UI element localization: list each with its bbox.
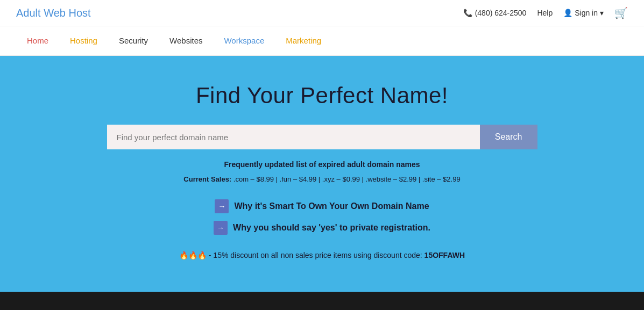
- arrow-right-icon-2: →: [214, 221, 228, 235]
- nav-item-websites[interactable]: Websites: [159, 26, 213, 55]
- info-link-domain-label: Why it's Smart To Own Your Own Domain Na…: [234, 201, 429, 211]
- top-right-actions: 📞 (480) 624-2500 Help 👤 Sign in ▾ 🛒: [463, 6, 628, 19]
- discount-code: 15OFFAWH: [424, 251, 465, 259]
- nav-item-workspace[interactable]: Workspace: [213, 26, 275, 55]
- bottom-bar: [0, 292, 644, 310]
- current-sales-text: Current Sales: .com – $8.99 | .fun – $4.…: [11, 175, 633, 183]
- sign-in-button[interactable]: 👤 Sign in ▾: [563, 9, 604, 17]
- info-link-private-reg[interactable]: → Why you should say 'yes' to private re…: [214, 221, 430, 235]
- sign-in-label: Sign in: [575, 9, 598, 17]
- discount-bar: 🔥🔥🔥 - 15% discount on all non sales pric…: [11, 251, 633, 259]
- frequently-updated-text: Frequently updated list of expired adult…: [11, 160, 633, 169]
- phone-text: (480) 624-2500: [475, 9, 527, 17]
- discount-fire-icons: 🔥🔥🔥: [179, 251, 207, 259]
- chevron-down-icon: ▾: [600, 9, 604, 17]
- search-button[interactable]: Search: [480, 125, 537, 149]
- domain-search-input[interactable]: [107, 125, 480, 149]
- nav-bar: Home Hosting Security Websites Workspace…: [0, 26, 644, 56]
- nav-item-hosting[interactable]: Hosting: [59, 26, 108, 55]
- user-icon: 👤: [563, 9, 572, 17]
- top-bar: Adult Web Host 📞 (480) 624-2500 Help 👤 S…: [0, 0, 644, 26]
- phone-number: 📞 (480) 624-2500: [463, 9, 527, 17]
- site-logo[interactable]: Adult Web Host: [16, 7, 91, 19]
- current-sales-label: Current Sales:: [183, 175, 231, 183]
- hero-title: Find Your Perfect Name!: [11, 83, 633, 109]
- info-links: → Why it's Smart To Own Your Own Domain …: [11, 199, 633, 235]
- info-link-private-reg-label: Why you should say 'yes' to private regi…: [233, 223, 430, 233]
- phone-icon: 📞: [463, 9, 472, 17]
- info-link-domain[interactable]: → Why it's Smart To Own Your Own Domain …: [215, 199, 429, 213]
- help-link[interactable]: Help: [537, 9, 553, 17]
- nav-item-security[interactable]: Security: [108, 26, 159, 55]
- discount-text: - 15% discount on all non sales price it…: [209, 251, 422, 259]
- hero-section: Find Your Perfect Name! Search Frequentl…: [0, 56, 644, 292]
- nav-item-home[interactable]: Home: [16, 26, 59, 55]
- domain-search-bar: Search: [107, 125, 537, 149]
- arrow-right-icon-1: →: [215, 199, 229, 213]
- nav-item-marketing[interactable]: Marketing: [275, 26, 332, 55]
- current-sales-items: .com – $8.99 | .fun – $4.99 | .xyz – $0.…: [233, 175, 461, 183]
- cart-icon[interactable]: 🛒: [614, 6, 628, 19]
